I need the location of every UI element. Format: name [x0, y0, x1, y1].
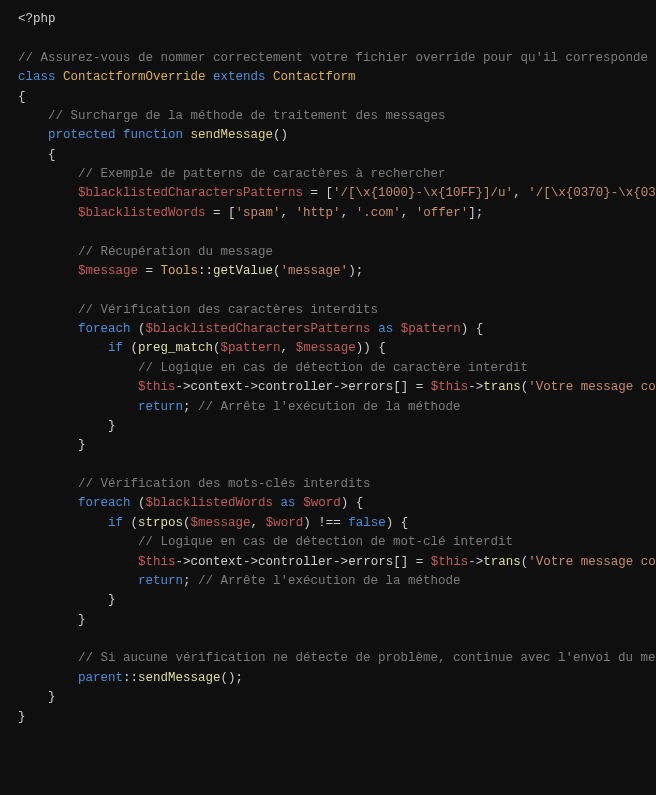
brace-close: } [18, 710, 26, 724]
kw-return: return [138, 400, 183, 414]
kw-if: if [108, 516, 123, 530]
comment-patterns: // Exemple de patterns de caractères à r… [78, 167, 446, 181]
var-msg: $message [191, 516, 251, 530]
parens: () [273, 128, 288, 142]
p-close-brace: ) { [341, 496, 364, 510]
str-com: '.com' [356, 206, 401, 220]
kw-protected: protected [48, 128, 116, 142]
p-open: ( [131, 516, 139, 530]
arrow: -> [243, 555, 258, 569]
comment-continue: // Si aucune vérification ne détecte de … [78, 651, 656, 665]
kw-as: as [378, 322, 393, 336]
tools-class: Tools [161, 264, 199, 278]
p-open: ( [138, 322, 146, 336]
p-open: ( [273, 264, 281, 278]
dcolon: :: [123, 671, 138, 685]
brace-close: } [78, 613, 86, 627]
pregmatch-call: preg_match [138, 341, 213, 355]
prop-context: context [191, 380, 244, 394]
var-this: $this [138, 380, 176, 394]
var-bcp: $blacklistedCharactersPatterns [146, 322, 371, 336]
prop-errors: errors[] [348, 555, 408, 569]
eq: = [303, 186, 326, 200]
kw-class: class [18, 70, 56, 84]
var-pattern: $pattern [221, 341, 281, 355]
p-open: ( [213, 341, 221, 355]
eq: = [408, 555, 431, 569]
var-word: $word [303, 496, 341, 510]
brace-close: } [78, 438, 86, 452]
var-bcp: $blacklistedCharactersPatterns [78, 186, 303, 200]
p-close-brace2: )) { [356, 341, 386, 355]
p-close-brace: ) { [461, 322, 484, 336]
arrow: -> [468, 555, 483, 569]
var-bw: $blacklistedWords [78, 206, 206, 220]
arrow: -> [176, 555, 191, 569]
comma: , [251, 516, 266, 530]
p-close-semi: ); [348, 264, 363, 278]
comma: , [513, 186, 528, 200]
str-http: 'http' [296, 206, 341, 220]
arr-open: [ [228, 206, 236, 220]
var-pattern: $pattern [401, 322, 461, 336]
comma: , [281, 206, 296, 220]
str-pattern2: '/[\x{0370}-\x{03 [528, 186, 656, 200]
comment-check-words: // Vérification des mots-clés interdits [78, 477, 371, 491]
var-this: $this [431, 380, 469, 394]
prop-errors: errors[] [348, 380, 408, 394]
neq: !== [311, 516, 349, 530]
comma: , [341, 206, 356, 220]
kw-foreach: foreach [78, 322, 131, 336]
var-msg: $message [296, 341, 356, 355]
comment-check-chars: // Vérification des caractères interdits [78, 303, 378, 317]
p-close-brace: ) { [386, 516, 409, 530]
var-this: $this [138, 555, 176, 569]
str-message: 'message' [281, 264, 349, 278]
semi: ; [183, 574, 191, 588]
kw-false: false [348, 516, 386, 530]
comment-getmsg: // Récupération du message [78, 245, 273, 259]
comment-word-detect: // Logique en cas de détection de mot-cl… [138, 535, 513, 549]
kw-extends: extends [213, 70, 266, 84]
p-open: ( [131, 341, 139, 355]
code-block: <?php // Assurez-vous de nommer correcte… [0, 0, 656, 737]
brace-open: { [48, 148, 56, 162]
php-open-tag: <?php [18, 12, 56, 26]
brace-open: { [18, 90, 26, 104]
kw-parent: parent [78, 671, 123, 685]
arrow: -> [333, 555, 348, 569]
comment-char-detect: // Logique en cas de détection de caract… [138, 361, 528, 375]
arrow: -> [333, 380, 348, 394]
var-word: $word [266, 516, 304, 530]
brace-close: } [48, 690, 56, 704]
kw-function: function [123, 128, 183, 142]
trans-call: trans [483, 380, 521, 394]
kw-foreach: foreach [78, 496, 131, 510]
method-name: sendMessage [191, 128, 274, 142]
comma: , [401, 206, 416, 220]
str-spam: 'spam' [236, 206, 281, 220]
eq: = [138, 264, 161, 278]
eq: = [206, 206, 229, 220]
eq: = [408, 380, 431, 394]
parent-class: Contactform [273, 70, 356, 84]
var-this: $this [431, 555, 469, 569]
p-open: ( [183, 516, 191, 530]
str-pattern1: '/[\x{1000}-\x{10FF}]/u' [333, 186, 513, 200]
kw-if: if [108, 341, 123, 355]
arr-close: ]; [468, 206, 483, 220]
str-err2: 'Votre message co [528, 555, 656, 569]
var-bw: $blacklistedWords [146, 496, 274, 510]
prop-context: context [191, 555, 244, 569]
var-msg: $message [78, 264, 138, 278]
parent-send: sendMessage [138, 671, 221, 685]
brace-close: } [108, 593, 116, 607]
prop-controller: controller [258, 555, 333, 569]
kw-return: return [138, 574, 183, 588]
arrow: -> [176, 380, 191, 394]
comment-method: // Surcharge de la méthode de traitement… [48, 109, 446, 123]
arrow: -> [243, 380, 258, 394]
comma: , [281, 341, 296, 355]
str-err1: 'Votre message co [528, 380, 656, 394]
strpos-call: strpos [138, 516, 183, 530]
